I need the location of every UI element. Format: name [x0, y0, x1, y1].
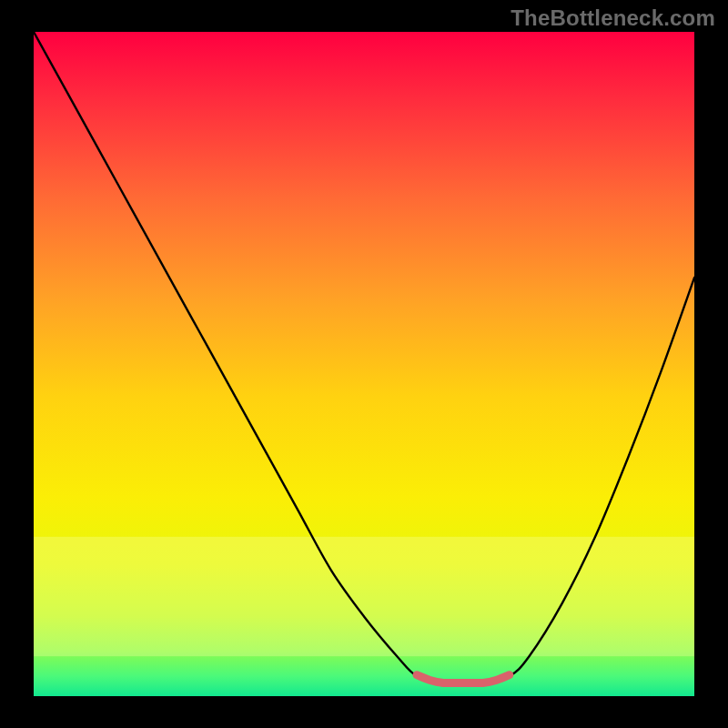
watermark-text: TheBottleneck.com: [511, 5, 715, 31]
chart-haze-band: [34, 537, 694, 656]
chart-container: TheBottleneck.com: [0, 0, 728, 728]
bottleneck-chart: [0, 0, 728, 728]
